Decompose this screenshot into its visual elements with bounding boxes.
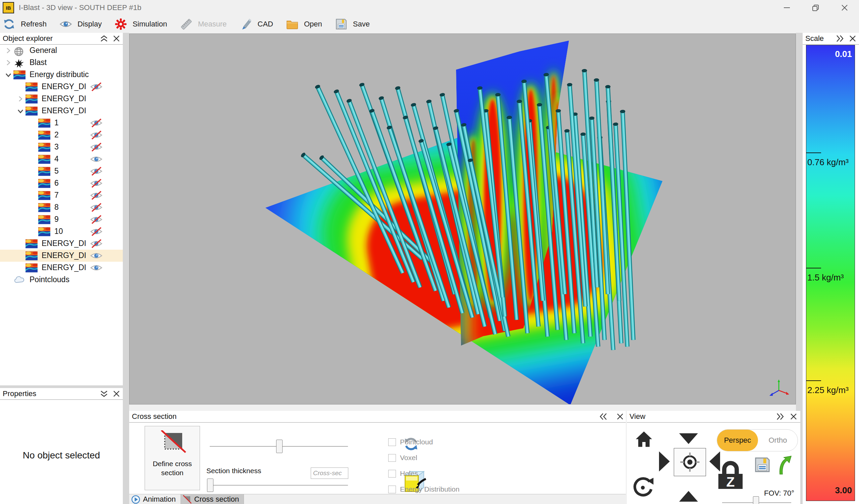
tree-item-10[interactable]: 10 <box>0 225 123 238</box>
tree-item-4[interactable]: 4 <box>0 153 123 165</box>
tree-item-3[interactable]: 3 <box>0 141 123 153</box>
tree-item-5[interactable]: 5 <box>0 165 123 177</box>
pan-down-icon[interactable] <box>678 431 699 445</box>
tree-item-6[interactable]: 6 <box>0 177 123 189</box>
close-panel-icon[interactable] <box>788 412 799 421</box>
visibility-off-icon[interactable] <box>90 227 103 236</box>
tree-item-8[interactable]: 8 <box>0 201 123 214</box>
visibility-off-icon[interactable] <box>90 191 103 200</box>
toolbar-button-label: Save <box>353 20 370 29</box>
visibility-off-icon[interactable] <box>90 130 103 140</box>
z-lock-icon[interactable]: Z <box>716 457 745 491</box>
close-panel-icon[interactable] <box>615 412 625 421</box>
section-thickness-slider-thumb[interactable] <box>207 478 213 492</box>
tree-item-blast[interactable]: Blast <box>0 57 123 69</box>
fov-slider[interactable] <box>722 502 791 503</box>
tree-item-9[interactable]: 9 <box>0 214 123 225</box>
cross-section-icon <box>183 495 192 504</box>
visibility-on-icon[interactable] <box>90 155 103 164</box>
cross-section-name-input[interactable] <box>311 468 348 479</box>
tree-item-energy-di[interactable]: ENERGY_DI <box>0 105 123 117</box>
visibility-off-icon[interactable] <box>90 118 103 128</box>
tree-item-energy-di[interactable]: ENERGY_DI <box>0 250 123 262</box>
simulation-toolbar-button[interactable]: Simulation <box>115 18 167 31</box>
target-icon <box>679 451 701 473</box>
chevron-right-icon[interactable] <box>17 95 24 103</box>
close-button[interactable] <box>830 0 859 15</box>
checkbox[interactable] <box>388 486 396 493</box>
visibility-off-icon[interactable] <box>90 203 103 212</box>
collapse-left-icon[interactable] <box>598 412 608 421</box>
section-thickness-slider[interactable] <box>210 485 348 486</box>
left-splitter[interactable] <box>123 33 129 504</box>
define-cross-section-button[interactable]: Define cross section <box>145 426 200 490</box>
checkbox-row-pointcloud: Pointcloud <box>388 438 433 446</box>
minimize-button[interactable] <box>772 0 801 15</box>
home-view-icon[interactable] <box>634 429 654 448</box>
scale-panel: Scale 0.010.76 kg/m³1.5 kg/m³2.25 kg/m³3… <box>803 33 859 504</box>
save-toolbar-button[interactable]: Save <box>335 18 370 31</box>
tree-item-pointclouds[interactable]: Pointclouds <box>0 274 123 286</box>
visibility-off-icon[interactable] <box>90 178 103 188</box>
tree-item-energy-di[interactable]: ENERGY_DI <box>0 262 123 274</box>
collapse-down-icon[interactable] <box>99 389 109 398</box>
chevron-down-icon[interactable] <box>17 107 24 115</box>
tree-item-general[interactable]: General <box>0 45 123 57</box>
visibility-off-icon[interactable] <box>90 142 103 152</box>
tree-item-2[interactable]: 2 <box>0 129 123 141</box>
pan-right-icon[interactable] <box>657 450 671 473</box>
toolbar-button-label: Open <box>304 20 322 29</box>
chevron-down-icon[interactable] <box>5 71 12 78</box>
open-toolbar-button[interactable]: Open <box>286 18 322 31</box>
visibility-off-icon[interactable] <box>90 167 103 176</box>
toolbar-button-label: Display <box>77 20 102 29</box>
tree-item-energy-di[interactable]: ENERGY_DI <box>0 93 123 105</box>
tree-item-1[interactable]: 1 <box>0 117 123 129</box>
tree-item-label: 6 <box>54 178 59 188</box>
close-panel-icon[interactable] <box>848 34 858 43</box>
center-view-button[interactable] <box>674 448 706 476</box>
tree-item-label: General <box>30 46 57 55</box>
visibility-on-icon[interactable] <box>90 263 103 272</box>
collapse-right-icon[interactable] <box>775 412 785 421</box>
3d-viewport[interactable] <box>129 33 796 405</box>
visibility-on-icon[interactable] <box>90 251 103 261</box>
collapse-up-icon[interactable] <box>99 34 109 43</box>
chevron-right-icon[interactable] <box>5 59 12 66</box>
tree-item-7[interactable]: 7 <box>0 189 123 201</box>
fov-slider-thumb[interactable] <box>753 496 759 504</box>
tree-item-energy-di[interactable]: ENERGY_DI <box>0 81 123 93</box>
rotate-view-icon[interactable] <box>632 475 655 498</box>
panel-splitter[interactable] <box>0 385 123 388</box>
gear-icon <box>115 18 127 31</box>
reset-up-arrow-icon[interactable] <box>776 455 793 475</box>
measure-toolbar-button[interactable]: Measure <box>180 18 227 31</box>
tree-item-energy-di[interactable]: ENERGY_DI <box>0 238 123 250</box>
pan-up-icon[interactable] <box>678 490 699 504</box>
cross-position-slider-thumb[interactable] <box>276 440 283 453</box>
close-panel-icon[interactable] <box>111 34 121 43</box>
display-toolbar-button[interactable]: Display <box>59 18 102 31</box>
chevron-right-icon[interactable] <box>5 47 12 54</box>
tab-cross-section[interactable]: Cross section <box>181 494 244 504</box>
heatmap-icon <box>38 167 50 176</box>
fov-label: FOV: 70° <box>764 489 794 498</box>
tab-animation[interactable]: Animation <box>129 494 181 504</box>
checkbox[interactable] <box>388 470 396 477</box>
refresh-toolbar-button[interactable]: Refresh <box>3 18 47 31</box>
perspective-toggle-on[interactable]: Perspec <box>717 430 758 451</box>
checkbox[interactable] <box>388 454 396 462</box>
visibility-off-icon[interactable] <box>90 82 103 92</box>
visibility-off-icon[interactable] <box>90 215 103 224</box>
close-panel-icon[interactable] <box>111 389 121 398</box>
cross-position-slider[interactable] <box>210 446 348 447</box>
save-view-icon[interactable] <box>754 456 771 473</box>
visibility-off-icon[interactable] <box>90 239 103 248</box>
checkbox[interactable] <box>388 438 396 446</box>
collapse-right-icon[interactable] <box>835 34 845 43</box>
cad-toolbar-button[interactable]: CAD <box>240 18 273 31</box>
tree-item-energy-distributic[interactable]: Energy distributic <box>0 69 123 81</box>
heatmap-icon <box>26 95 37 104</box>
ortho-toggle-off[interactable]: Ortho <box>758 430 798 451</box>
restore-button[interactable] <box>801 0 830 15</box>
